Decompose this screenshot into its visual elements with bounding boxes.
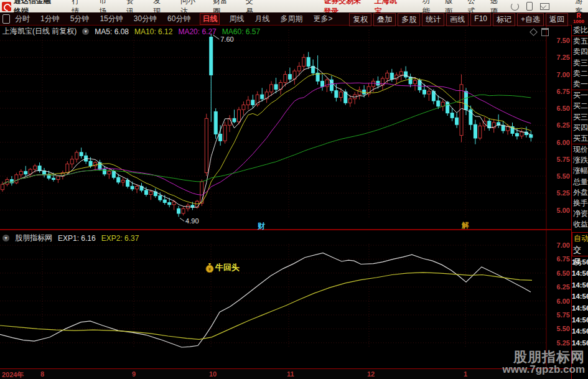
year-label: 2024年	[2, 370, 24, 379]
quote-panel[interactable]: 委比卖五卖四卖三卖二卖一买一买二买三买四买五现价涨跌涨幅总量外盘换手净资收益自动…	[571, 25, 588, 379]
svg-text:7.00: 7.00	[557, 71, 570, 78]
time-axis: 2024年 891011121	[0, 368, 572, 379]
month-label: 9	[132, 370, 136, 378]
watermark-url: www.7gpzb.com	[502, 364, 585, 375]
buy-signal[interactable]: ¥ 牛回头	[205, 262, 240, 273]
svg-text:6.25: 6.25	[557, 283, 570, 291]
month-label: 8	[40, 370, 44, 378]
ask-row[interactable]: 卖四	[572, 47, 588, 57]
ask-row[interactable]: 卖一	[572, 79, 588, 90]
time-row: 14:56	[572, 291, 588, 302]
legend-item: MA60: 6.57	[222, 27, 260, 36]
legend-item: MA5: 6.08	[95, 27, 129, 36]
time-row: 14:56	[572, 279, 588, 291]
svg-text:5.00: 5.00	[557, 207, 570, 214]
svg-text:5.50: 5.50	[557, 172, 570, 180]
ask-row[interactable]: 卖二	[572, 68, 588, 79]
time-row: 14:56	[572, 302, 588, 314]
bid-row[interactable]: 买四	[572, 123, 588, 133]
legend-item: EXP1: 6.16	[58, 234, 96, 243]
svg-text:5.75: 5.75	[557, 156, 570, 163]
tdx-terminal-window: 通达信金融终端 行情市场资讯发现问小达财富圈交易 证券交易未登录 上海凯宝 功能…	[0, 0, 588, 379]
exp-line-exp1	[0, 253, 531, 348]
month-label: 1	[464, 370, 467, 378]
gridlines	[0, 30, 546, 349]
ma-legend: MA5: 6.08MA10: 6.12MA20: 6.27MA60: 6.57	[95, 27, 260, 36]
chart-corner-icons	[531, 28, 549, 36]
diamond-marker-icon[interactable]	[530, 28, 538, 36]
indicator-name: 股朋指标网	[15, 233, 52, 243]
exp-legend: EXP1: 6.16EXP2: 6.37	[58, 234, 139, 243]
signal-label: 牛回头	[215, 262, 240, 273]
ask-row[interactable]: 卖五	[572, 35, 588, 47]
svg-text:5.50: 5.50	[557, 325, 570, 332]
svg-text:¥: ¥	[208, 266, 212, 272]
time-row: 14:56	[572, 325, 588, 337]
ask-row[interactable]: 卖三	[572, 58, 588, 68]
svg-text:5.25: 5.25	[557, 189, 570, 197]
time-row: 14:56	[572, 314, 588, 326]
svg-text:7.50: 7.50	[557, 37, 570, 44]
ma-line-ma5	[2, 67, 531, 207]
legend-item: EXP2: 6.37	[101, 234, 139, 243]
time-row: 14:56	[572, 337, 588, 349]
svg-text:6.50: 6.50	[557, 269, 570, 277]
price-axis-labels: 7.507.257.006.756.506.256.005.755.505.25…	[557, 37, 570, 347]
svg-text:4.90: 4.90	[185, 217, 198, 225]
svg-text:7.25: 7.25	[557, 54, 570, 61]
svg-text:6.25: 6.25	[557, 121, 570, 129]
main-chart-header: 上海凯宝(日线 前复权) ▾ MA5: 6.08MA10: 6.12MA20: …	[2, 26, 260, 37]
auto-label[interactable]: 自动	[572, 233, 588, 244]
svg-text:7.00: 7.00	[557, 241, 570, 249]
chart-title: 上海凯宝(日线 前复权)	[2, 26, 77, 37]
time-row: 14:56	[572, 256, 588, 268]
sub-chart-header: ▾ 股朋指标网 EXP1: 6.16EXP2: 6.37	[2, 233, 139, 243]
bid-row[interactable]: 买三	[572, 112, 588, 123]
event-marker[interactable]: 财	[258, 221, 265, 232]
bid-row[interactable]: 买一	[572, 90, 588, 101]
svg-text:5.75: 5.75	[557, 311, 570, 319]
event-marker[interactable]: 解	[462, 220, 469, 231]
watermark: 股朋指标网 www.7gpzb.com	[502, 350, 585, 375]
svg-text:6.00: 6.00	[557, 139, 570, 146]
legend-item: MA10: 6.12	[134, 27, 172, 36]
auto-trade-box[interactable]: 自动交易	[572, 232, 588, 256]
exp-line-exp2	[0, 273, 532, 340]
time-row: 14:56	[572, 268, 588, 279]
svg-text:6.50: 6.50	[557, 105, 570, 112]
legend-item: MA20: 6.27	[178, 27, 216, 36]
info-row[interactable]: 收益	[572, 219, 588, 230]
svg-text:6.75: 6.75	[557, 88, 570, 95]
month-label: 11	[287, 370, 294, 378]
bid-row[interactable]: 买五	[572, 133, 588, 144]
info-row[interactable]: 总量	[572, 177, 588, 187]
month-label: 10	[209, 370, 217, 378]
bid-row[interactable]: 买二	[572, 101, 588, 111]
panel-divider[interactable]	[0, 229, 572, 230]
svg-text:6.75: 6.75	[557, 255, 570, 263]
chevron-down-icon[interactable]: ▾	[2, 235, 9, 241]
info-row[interactable]: 净资	[572, 208, 588, 219]
info-row[interactable]: 现价	[572, 144, 588, 155]
trade-label[interactable]: 交易	[572, 244, 588, 256]
month-label: 12	[367, 370, 375, 378]
layout-icon[interactable]	[541, 28, 549, 36]
money-bag-icon: ¥	[205, 263, 214, 273]
info-row[interactable]: 外盘	[572, 187, 588, 198]
chevron-down-icon[interactable]: ▾	[82, 28, 89, 35]
info-row[interactable]: 涨幅	[572, 166, 588, 176]
info-row[interactable]: 换手	[572, 198, 588, 208]
info-row[interactable]: 涨跌	[572, 155, 588, 166]
chart-canvas[interactable]: 7.507.257.006.756.506.256.005.755.505.25…	[0, 0, 572, 379]
quote-row-weibi[interactable]: 委比	[572, 25, 588, 35]
refresh-rate-badge: R 1000	[571, 13, 587, 24]
svg-text:6.00: 6.00	[557, 297, 570, 305]
svg-text:5.25: 5.25	[557, 339, 570, 347]
watermark-site-name: 股朋指标网	[502, 350, 585, 364]
